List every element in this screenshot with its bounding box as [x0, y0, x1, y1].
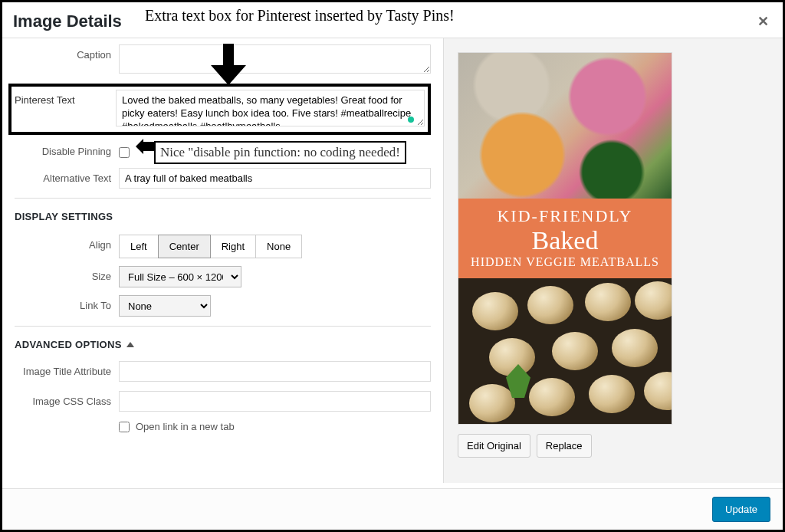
- replace-button[interactable]: Replace: [537, 434, 592, 458]
- newtab-checkbox[interactable]: [119, 422, 130, 432]
- annotation-disable: Nice "disable pin function: no coding ne…: [154, 141, 406, 164]
- align-center-button[interactable]: Center: [158, 235, 211, 258]
- title-attr-label: Image Title Attribute: [15, 366, 119, 377]
- annotation-top: Extra text box for Pinterest inserted by…: [142, 5, 458, 26]
- caption-label: Caption: [15, 44, 119, 61]
- disable-pinning-checkbox[interactable]: [119, 147, 130, 158]
- banner-line3: HIDDEN VEGGIE MEATBALLS: [461, 255, 668, 269]
- arrow-left-icon: [136, 139, 154, 154]
- caption-textarea[interactable]: [119, 44, 431, 74]
- align-right-button[interactable]: Right: [210, 235, 256, 258]
- pinterest-text-textarea[interactable]: Loved the baked meatballs, so many veget…: [116, 90, 425, 126]
- alt-text-label: Alternative Text: [15, 168, 119, 184]
- css-class-input[interactable]: [119, 391, 431, 412]
- align-none-button[interactable]: None: [255, 235, 302, 258]
- align-left-button[interactable]: Left: [119, 235, 159, 258]
- modal-title: Image Details: [13, 11, 122, 31]
- edit-original-button[interactable]: Edit Original: [458, 434, 530, 458]
- newtab-label: Open link in a new tab: [136, 421, 235, 432]
- preview-image-bottom: [458, 278, 672, 424]
- chevron-up-icon: [126, 342, 134, 347]
- linkto-select[interactable]: None: [119, 295, 211, 317]
- title-attr-input[interactable]: [119, 361, 431, 382]
- update-button[interactable]: Update: [712, 497, 770, 522]
- preview-image-top: [458, 53, 672, 199]
- size-select[interactable]: Full Size – 600 × 1200: [119, 266, 241, 287]
- align-button-group: Left Center Right None: [119, 235, 431, 258]
- disable-pinning-label: Disable Pinning: [15, 141, 119, 157]
- preview-banner: KID-FRIENDLY Baked HIDDEN VEGGIE MEATBAL…: [458, 199, 672, 278]
- css-class-label: Image CSS Class: [15, 396, 119, 407]
- image-preview: KID-FRIENDLY Baked HIDDEN VEGGIE MEATBAL…: [458, 52, 672, 425]
- close-icon[interactable]: ✕: [757, 13, 769, 30]
- size-label: Size: [15, 266, 119, 282]
- advanced-options-toggle[interactable]: Advanced Options: [15, 339, 431, 350]
- linkto-label: Link To: [15, 295, 119, 311]
- display-settings-heading: Display Settings: [15, 211, 431, 222]
- alt-text-input[interactable]: [119, 168, 431, 189]
- grammarly-indicator-icon: [408, 117, 414, 123]
- arrow-down-icon: [209, 44, 248, 87]
- banner-line2: Baked: [461, 228, 668, 254]
- pinterest-text-label: Pinterest Text: [15, 90, 116, 106]
- pinterest-text-row: Pinterest Text Loved the baked meatballs…: [8, 84, 431, 135]
- advanced-options-heading: Advanced Options: [15, 339, 122, 350]
- align-label: Align: [15, 235, 119, 251]
- banner-line1: KID-FRIENDLY: [461, 206, 668, 226]
